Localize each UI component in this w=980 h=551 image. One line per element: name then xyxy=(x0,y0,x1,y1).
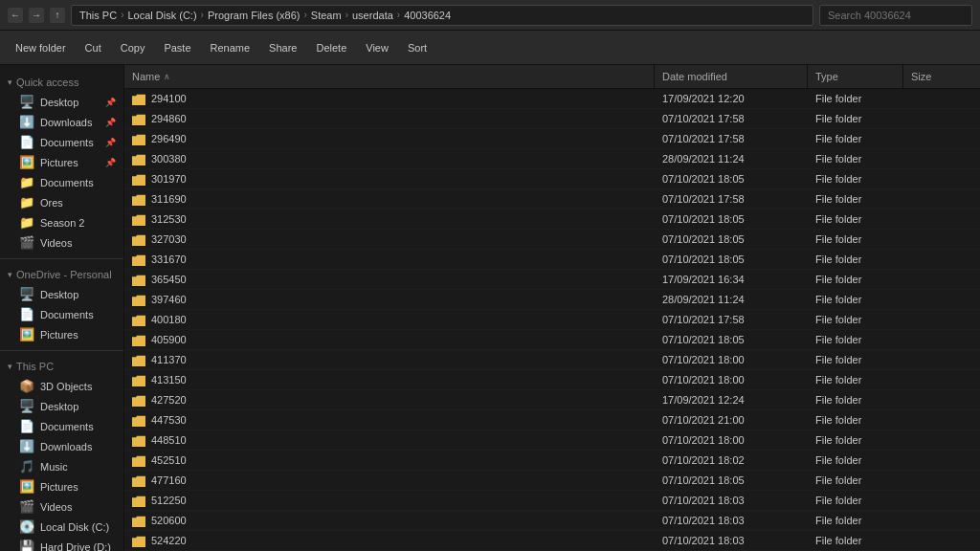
breadcrumb[interactable]: This PC › Local Disk (C:) › Program File… xyxy=(71,5,813,26)
file-size-cell xyxy=(903,430,980,450)
sidebar-harddrive-d[interactable]: 💾 Hard Drive (D:) xyxy=(0,537,123,551)
file-list-container[interactable]: Name ∧ Date modified Type Size 294100 17… xyxy=(124,65,980,551)
table-row[interactable]: 312530 07/10/2021 18:05 File folder xyxy=(124,209,980,230)
col-header-date[interactable]: Date modified xyxy=(655,65,808,88)
breadcrumb-folder: 40036624 xyxy=(404,10,451,21)
file-type-cell: File folder xyxy=(808,410,903,430)
sidebar-3dobjects[interactable]: 📦 3D Objects xyxy=(0,376,123,396)
videos-icon: 🎬 xyxy=(19,235,34,250)
sidebar-pc-desktop[interactable]: 🖥️ Desktop xyxy=(0,396,123,416)
sidebar-pc-videos[interactable]: 🎬 Videos xyxy=(0,496,123,517)
sidebar-item-downloads[interactable]: ⬇️ Downloads 📌 xyxy=(0,112,123,132)
table-row[interactable]: 400180 07/10/2021 17:58 File folder xyxy=(124,310,980,330)
sidebar-label: Videos xyxy=(40,501,72,513)
sidebar-item-pictures[interactable]: 🖼️ Pictures 📌 xyxy=(0,152,123,172)
file-name-cell: 520600 xyxy=(124,511,655,530)
sidebar-pc-music[interactable]: 🎵 Music xyxy=(0,456,123,476)
search-input[interactable] xyxy=(819,5,972,26)
table-row[interactable]: 452510 07/10/2021 18:02 File folder xyxy=(124,451,980,471)
file-name-cell: 411370 xyxy=(124,350,655,369)
file-type-cell: File folder xyxy=(808,491,903,510)
sidebar-pc-documents[interactable]: 📄 Documents xyxy=(0,416,123,436)
folder-icon-small xyxy=(132,152,145,165)
file-date-cell: 07/10/2021 18:05 xyxy=(655,169,808,188)
sidebar-pc-downloads[interactable]: ⬇️ Downloads xyxy=(0,436,123,456)
table-row[interactable]: 365450 17/09/2021 16:34 File folder xyxy=(124,270,980,290)
file-name-cell: 365450 xyxy=(124,270,655,289)
file-name-cell: 331670 xyxy=(124,250,655,269)
file-name-cell: 301970 xyxy=(124,169,655,188)
forward-button[interactable]: → xyxy=(29,8,44,23)
sidebar-divider2 xyxy=(0,350,123,351)
file-type-cell: File folder xyxy=(808,330,903,349)
folder-icon-small xyxy=(132,212,145,226)
table-row[interactable]: 520600 07/10/2021 18:03 File folder xyxy=(124,511,980,531)
file-date-cell: 07/10/2021 17:58 xyxy=(655,129,808,148)
sidebar-label: Videos xyxy=(40,237,72,249)
sidebar-item-videos[interactable]: 🎬 Videos xyxy=(0,232,123,253)
table-row[interactable]: 397460 28/09/2021 11:24 File folder xyxy=(124,290,980,310)
table-row[interactable]: 413150 07/10/2021 18:00 File folder xyxy=(124,370,980,390)
quick-access-header[interactable]: ▾ Quick access xyxy=(0,73,123,92)
file-type-cell: File folder xyxy=(808,390,903,409)
breadcrumb-userdata: userdata xyxy=(352,10,393,21)
table-row[interactable]: 327030 07/10/2021 18:05 File folder xyxy=(124,230,980,250)
table-row[interactable]: 447530 07/10/2021 21:00 File folder xyxy=(124,410,980,430)
thispc-header[interactable]: ▾ This PC xyxy=(0,357,123,376)
new-folder-button[interactable]: New folder xyxy=(8,38,74,57)
file-size-cell xyxy=(903,290,980,309)
folder-icon6: 📄 xyxy=(19,307,34,321)
file-name-cell: 397460 xyxy=(124,290,655,309)
table-row[interactable]: 477160 07/10/2021 18:05 File folder xyxy=(124,471,980,491)
sidebar-onedrive-pictures[interactable]: 🖼️ Pictures xyxy=(0,324,123,344)
sidebar-localdisk-c[interactable]: 💽 Local Disk (C:) xyxy=(0,517,123,537)
sidebar-onedrive-desktop[interactable]: 🖥️ Desktop xyxy=(0,284,123,304)
up-button[interactable]: ↑ xyxy=(50,8,65,23)
folder-icon-small xyxy=(132,172,145,186)
sidebar-pc-pictures[interactable]: 🖼️ Pictures xyxy=(0,476,123,496)
table-row[interactable]: 294100 17/09/2021 12:20 File folder xyxy=(124,89,980,109)
delete-button[interactable]: Delete xyxy=(308,38,354,57)
sidebar-item-ores[interactable]: 📁 Ores xyxy=(0,192,123,212)
cut-button[interactable]: Cut xyxy=(78,38,109,57)
table-row[interactable]: 512250 07/10/2021 18:03 File folder xyxy=(124,491,980,511)
table-row[interactable]: 405900 07/10/2021 18:05 File folder xyxy=(124,330,980,350)
table-row[interactable]: 411370 07/10/2021 18:00 File folder xyxy=(124,350,980,370)
file-name-cell: 512250 xyxy=(124,491,655,510)
sort-button[interactable]: Sort xyxy=(400,38,434,57)
file-type-cell: File folder xyxy=(808,370,903,389)
col-header-name[interactable]: Name ∧ xyxy=(124,65,655,88)
table-row[interactable]: 294860 07/10/2021 17:58 File folder xyxy=(124,109,980,129)
table-row[interactable]: 427520 17/09/2021 12:24 File folder xyxy=(124,390,980,410)
back-button[interactable]: ← xyxy=(8,8,23,23)
table-row[interactable]: 300380 28/09/2021 11:24 File folder xyxy=(124,149,980,169)
share-button[interactable]: Share xyxy=(261,38,304,57)
sidebar-item-documents2[interactable]: 📁 Documents xyxy=(0,172,123,192)
file-date-cell: 07/10/2021 21:00 xyxy=(655,410,808,430)
table-row[interactable]: 331670 07/10/2021 18:05 File folder xyxy=(124,250,980,270)
folder-icon-small xyxy=(132,333,145,346)
folder-icon-small xyxy=(132,534,145,547)
onedrive-header[interactable]: ▾ OneDrive - Personal xyxy=(0,265,123,284)
folder-icon-small xyxy=(132,433,145,447)
table-row[interactable]: 311690 07/10/2021 17:58 File folder xyxy=(124,189,980,209)
table-row[interactable]: 524220 07/10/2021 18:03 File folder xyxy=(124,531,980,551)
sidebar-onedrive-documents[interactable]: 📄 Documents xyxy=(0,304,123,324)
view-button[interactable]: View xyxy=(358,38,396,57)
file-type-cell: File folder xyxy=(808,310,903,329)
col-header-type[interactable]: Type xyxy=(808,65,903,88)
table-row[interactable]: 301970 07/10/2021 18:05 File folder xyxy=(124,169,980,189)
table-row[interactable]: 448510 07/10/2021 18:00 File folder xyxy=(124,430,980,451)
sidebar-label: Documents xyxy=(40,177,94,188)
sidebar-item-season2[interactable]: 📁 Season 2 xyxy=(0,212,123,232)
folder-icon-small xyxy=(132,453,145,467)
col-header-size[interactable]: Size xyxy=(903,65,980,88)
file-size-cell xyxy=(903,89,980,108)
paste-button[interactable]: Paste xyxy=(156,38,198,57)
table-row[interactable]: 296490 07/10/2021 17:58 File folder xyxy=(124,129,980,149)
sidebar-item-documents[interactable]: 📄 Documents 📌 xyxy=(0,132,123,152)
breadcrumb-steam: Steam xyxy=(311,10,342,21)
sidebar-item-desktop[interactable]: 🖥️ Desktop 📌 xyxy=(0,92,123,112)
rename-button[interactable]: Rename xyxy=(203,38,258,57)
copy-button[interactable]: Copy xyxy=(113,38,153,57)
